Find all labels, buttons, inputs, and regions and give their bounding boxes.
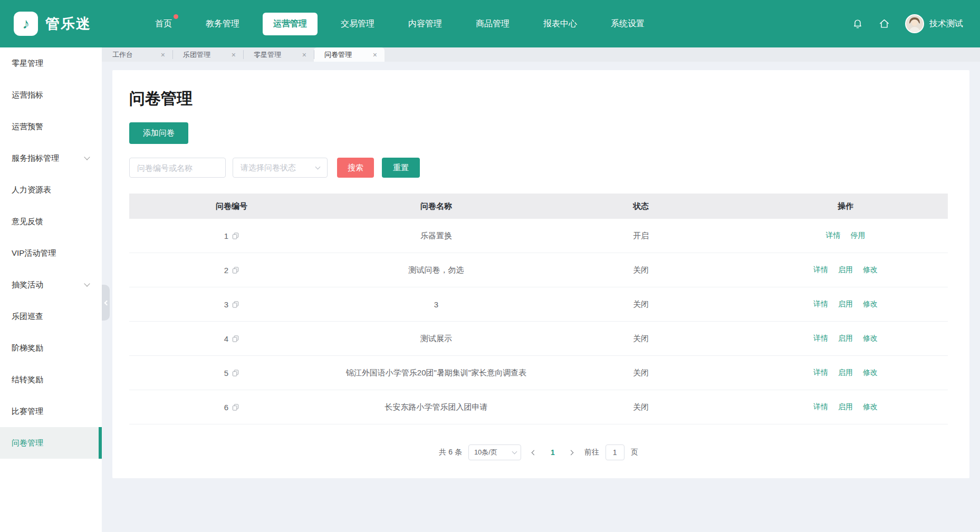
- tab-label: 零星管理: [254, 50, 281, 60]
- nav-item-system-settings[interactable]: 系统设置: [600, 13, 655, 35]
- copy-icon[interactable]: [232, 267, 239, 274]
- status-select[interactable]: 请选择问卷状态: [233, 158, 328, 178]
- detail-link[interactable]: 详情: [813, 334, 828, 343]
- notification-dot: [174, 14, 178, 19]
- sidebar-item-competition-mgmt[interactable]: 比赛管理: [0, 395, 102, 427]
- sidebar-item-service-metrics-mgmt[interactable]: 服务指标管理: [0, 142, 102, 174]
- search-button[interactable]: 搜索: [337, 158, 374, 178]
- modify-link[interactable]: 修改: [863, 334, 878, 343]
- sidebar-item-lottery-activity[interactable]: 抽奖活动: [0, 269, 102, 301]
- detail-link[interactable]: 详情: [826, 231, 841, 240]
- next-page-button[interactable]: [564, 444, 578, 460]
- nav-item-label: 交易管理: [341, 19, 374, 28]
- detail-link[interactable]: 详情: [813, 368, 828, 378]
- detail-link[interactable]: 详情: [813, 265, 828, 275]
- enable-link[interactable]: 启用: [838, 334, 853, 343]
- enable-link[interactable]: 启用: [838, 265, 853, 275]
- questionnaire-name-cell: 锦江外国语小学管乐20团"暑期集训"家长意向调查表: [334, 356, 539, 390]
- tab-bar: 工作台 × 乐团管理 × 零星管理 × 问卷管理 ×: [102, 47, 980, 62]
- nav-item-operations-mgmt[interactable]: 运营管理: [263, 13, 318, 35]
- copy-icon[interactable]: [232, 301, 239, 308]
- app-brand[interactable]: ♪ 管乐迷: [0, 12, 132, 36]
- tab-label: 乐团管理: [183, 50, 210, 60]
- questionnaire-id: 2: [224, 266, 228, 275]
- nav-item-label: 内容管理: [408, 19, 442, 28]
- detail-link[interactable]: 详情: [813, 299, 828, 309]
- prev-page-button[interactable]: [527, 444, 541, 460]
- goto-page-input[interactable]: [606, 444, 624, 460]
- tab-label: 工作台: [112, 50, 133, 60]
- sidebar-collapse-handle[interactable]: [102, 285, 110, 321]
- questionnaire-id-cell: 3: [129, 287, 334, 321]
- questionnaire-search-input[interactable]: [129, 158, 226, 178]
- nav-item-label: 商品管理: [476, 19, 510, 28]
- copy-icon[interactable]: [232, 370, 239, 376]
- username: 技术测试: [929, 18, 963, 30]
- modify-link[interactable]: 修改: [863, 402, 878, 412]
- table-row: 3 3 关闭 详情 启用 修改: [129, 287, 948, 322]
- sidebar-item-hr-table[interactable]: 人力资源表: [0, 174, 102, 206]
- sidebar-item-operation-metrics[interactable]: 运营指标: [0, 79, 102, 111]
- table-row: 1 乐器置换 开启 详情 停用: [129, 219, 948, 253]
- table-row: 5 锦江外国语小学管乐20团"暑期集训"家长意向调查表 关闭 详情 启用 修改: [129, 356, 948, 390]
- modify-link[interactable]: 修改: [863, 265, 878, 275]
- questionnaire-id: 4: [224, 334, 228, 343]
- nav-item-label: 系统设置: [611, 19, 645, 28]
- reset-button[interactable]: 重置: [382, 158, 420, 178]
- home-icon[interactable]: [878, 18, 890, 30]
- sidebar-item-feedback[interactable]: 意见反馈: [0, 206, 102, 237]
- tab-label: 问卷管理: [324, 50, 352, 60]
- modify-link[interactable]: 修改: [863, 299, 878, 309]
- status-cell: 关闭: [539, 322, 743, 355]
- sidebar-item-vip-activity-mgmt[interactable]: VIP活动管理: [0, 237, 102, 269]
- status-cell: 关闭: [539, 253, 743, 287]
- tab-workbench[interactable]: 工作台 ×: [102, 47, 172, 62]
- sidebar-item-label: 服务指标管理: [12, 153, 59, 163]
- tab-band-mgmt[interactable]: 乐团管理 ×: [172, 47, 243, 62]
- tab-questionnaire-mgmt[interactable]: 问卷管理 ×: [314, 47, 385, 62]
- sidebar-item-questionnaire-mgmt[interactable]: 问卷管理: [0, 427, 102, 459]
- sidebar-item-carryover-rewards[interactable]: 结转奖励: [0, 364, 102, 395]
- sidebar-item-tier-rewards[interactable]: 阶梯奖励: [0, 332, 102, 364]
- app-logo: ♪: [14, 12, 38, 36]
- nav-item-trade-mgmt[interactable]: 交易管理: [330, 13, 385, 35]
- detail-link[interactable]: 详情: [813, 402, 828, 412]
- copy-icon[interactable]: [232, 233, 239, 239]
- copy-icon[interactable]: [232, 404, 239, 411]
- modify-link[interactable]: 修改: [863, 368, 878, 378]
- nav-item-academic-mgmt[interactable]: 教务管理: [195, 13, 250, 35]
- close-icon[interactable]: ×: [232, 51, 236, 59]
- page-size-select[interactable]: 10条/页: [468, 444, 521, 460]
- sidebar-item-band-inspection[interactable]: 乐团巡查: [0, 301, 102, 332]
- status-cell: 关闭: [539, 287, 743, 321]
- add-questionnaire-button[interactable]: 添加问卷: [129, 122, 188, 144]
- status-cell: 关闭: [539, 390, 743, 424]
- close-icon[interactable]: ×: [373, 51, 377, 59]
- actions-cell: 详情 启用 修改: [743, 287, 948, 321]
- enable-link[interactable]: 启用: [838, 402, 853, 412]
- table-row: 6 长安东路小学管乐团入团申请 关闭 详情 启用 修改: [129, 390, 948, 424]
- close-icon[interactable]: ×: [161, 51, 165, 59]
- sidebar-item-label: 问卷管理: [12, 438, 43, 448]
- sidebar-item-scattered-mgmt[interactable]: 零星管理: [0, 47, 102, 79]
- close-icon[interactable]: ×: [302, 51, 306, 59]
- nav-item-content-mgmt[interactable]: 内容管理: [398, 13, 453, 35]
- enable-link[interactable]: 启用: [838, 368, 853, 378]
- nav-item-goods-mgmt[interactable]: 商品管理: [465, 13, 520, 35]
- questionnaire-id: 1: [224, 231, 228, 240]
- nav-item-home[interactable]: 首页: [145, 13, 182, 35]
- avatar: [905, 14, 924, 33]
- page-number-current[interactable]: 1: [547, 448, 558, 457]
- bell-icon[interactable]: [852, 18, 863, 30]
- tab-scattered-mgmt[interactable]: 零星管理 ×: [243, 47, 314, 62]
- sidebar-item-label: 零星管理: [12, 59, 43, 69]
- nav-item-report-center[interactable]: 报表中心: [533, 13, 588, 35]
- disable-link[interactable]: 停用: [851, 231, 866, 240]
- copy-icon[interactable]: [232, 335, 239, 342]
- sidebar-item-operation-alerts[interactable]: 运营预警: [0, 111, 102, 142]
- chevron-down-icon: [315, 165, 321, 170]
- header-status: 状态: [539, 194, 743, 219]
- enable-link[interactable]: 启用: [838, 299, 853, 309]
- sidebar-item-label: 乐团巡查: [12, 312, 43, 322]
- user-menu[interactable]: 技术测试: [905, 14, 963, 33]
